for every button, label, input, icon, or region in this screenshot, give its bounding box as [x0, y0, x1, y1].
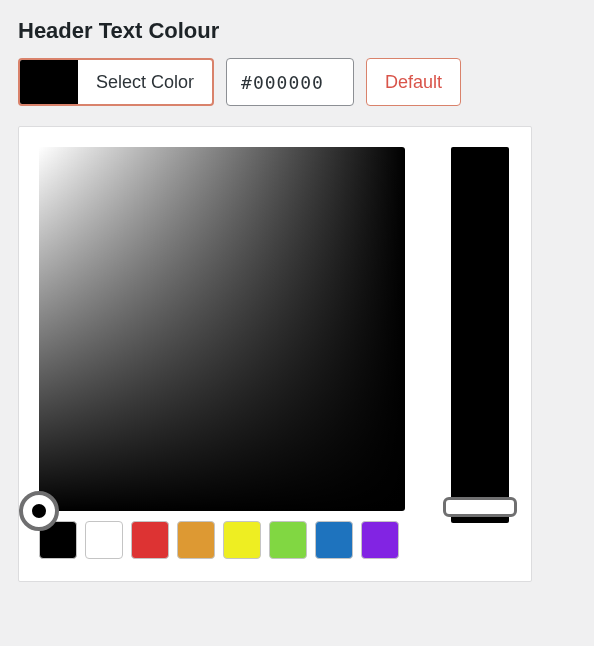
select-color-button[interactable]: Select Color: [18, 58, 214, 106]
controls-row: Select Color Default: [18, 58, 576, 106]
swatch-green[interactable]: [269, 521, 307, 559]
hue-handle[interactable]: [443, 497, 517, 517]
swatch-yellow[interactable]: [223, 521, 261, 559]
sv-handle[interactable]: [19, 491, 59, 531]
hue-strip[interactable]: [451, 147, 509, 523]
hex-input[interactable]: [226, 58, 354, 106]
swatch-red[interactable]: [131, 521, 169, 559]
swatch-white[interactable]: [85, 521, 123, 559]
sv-handle-color-indicator: [32, 504, 46, 518]
select-color-label: Select Color: [78, 60, 212, 104]
color-picker-panel: [18, 126, 532, 582]
swatch-blue[interactable]: [315, 521, 353, 559]
swatch-purple[interactable]: [361, 521, 399, 559]
preset-swatches: [39, 521, 405, 559]
section-title: Header Text Colour: [18, 18, 576, 44]
default-button[interactable]: Default: [366, 58, 461, 106]
swatch-orange[interactable]: [177, 521, 215, 559]
current-color-swatch: [20, 60, 78, 104]
saturation-value-area[interactable]: [39, 147, 405, 511]
